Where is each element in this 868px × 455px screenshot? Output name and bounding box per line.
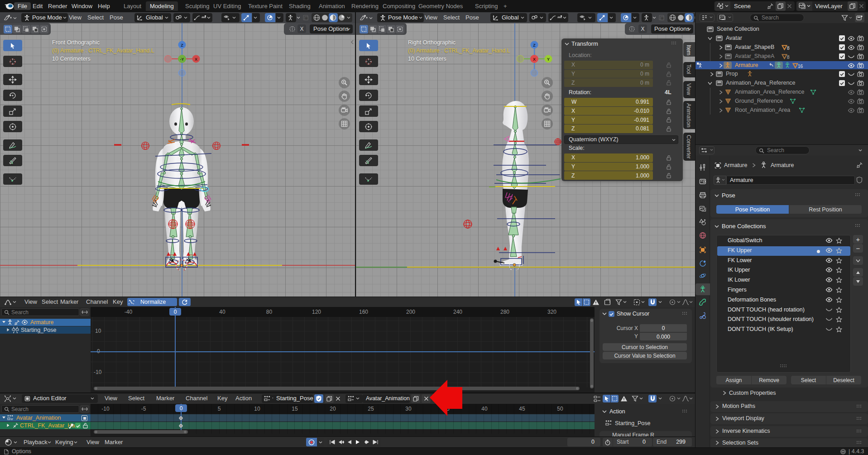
svg-text:Z: Z bbox=[181, 43, 183, 48]
svg-text:-Y: -Y bbox=[180, 57, 184, 62]
svg-text:X: X bbox=[533, 57, 536, 62]
svg-text:Y: Y bbox=[547, 57, 550, 62]
svg-text:Z: Z bbox=[533, 43, 536, 48]
svg-text:X: X bbox=[195, 57, 197, 62]
